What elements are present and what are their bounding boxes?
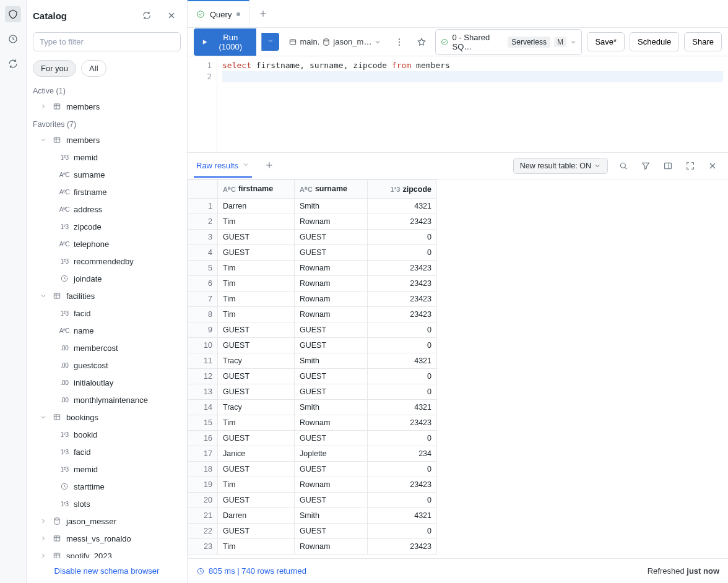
tree-column[interactable]: .00initialoutlay [27,374,187,391]
table-row[interactable]: 23TimRownam23423 [188,539,437,555]
tree-item[interactable]: messi_vs_ronaldo [27,530,187,547]
editor-tabs: Query [188,0,728,28]
table-row[interactable]: 10GUESTGUEST0 [188,338,437,353]
refresh-icon[interactable] [137,6,156,25]
context-selector[interactable]: main. jason_m… [284,34,386,50]
filter-icon[interactable] [636,157,655,175]
results-tab-raw[interactable]: Raw results [194,155,252,178]
tree-column[interactable]: AᴮCfirstname [27,183,187,201]
table-row[interactable]: 16GUESTGUEST0 [188,431,437,446]
add-results-tab[interactable] [261,157,278,176]
tree-column[interactable]: 1²3zipcode [27,218,187,235]
editor-toolbar: Run (1000) main. jason_m… 0 - Shared SQ…… [188,28,728,56]
chevron-down-icon [242,161,249,170]
table-row[interactable]: 3GUESTGUEST0 [188,230,437,245]
tree-column[interactable]: AᴮCname [27,322,187,339]
tree-table[interactable]: bookings [27,408,187,426]
tree-column[interactable]: AᴮCtelephone [27,235,187,253]
share-button[interactable]: Share [684,32,722,51]
table-row[interactable]: 11TracySmith4321 [188,353,437,369]
result-table-toggle[interactable]: New result table: ON [513,158,608,174]
kebab-menu-icon[interactable] [391,33,408,51]
expand-icon[interactable] [681,157,700,175]
svg-rect-5 [54,415,59,420]
catalog-sidebar: Catalog Type to filter For you All Activ… [27,0,188,583]
results-table-wrap[interactable]: AᴮCfirstnameAᴮCsurname1²3zipcode1DarrenS… [188,179,728,558]
panel-icon[interactable] [659,157,677,175]
sql-editor[interactable]: 12 select firstname, surname, zipcode fr… [188,56,728,152]
svg-point-11 [197,11,204,18]
schedule-button[interactable]: Schedule [630,32,679,51]
tree-column[interactable]: joindate [27,270,187,287]
svg-rect-8 [54,536,59,541]
tree-column[interactable]: .00membercost [27,339,187,356]
status-refreshed: Refreshed just now [648,566,719,576]
tree-item[interactable]: spotify_2023 [27,547,187,558]
tree-column[interactable]: 1²3memid [27,149,187,166]
pill-all[interactable]: All [81,60,106,77]
unsaved-dot-icon [236,12,240,16]
compute-selector[interactable]: 0 - Shared SQ… Serverless M [435,29,582,55]
table-row[interactable]: 18GUESTGUEST0 [188,462,437,477]
catalog-tree: membersFavorites (7)members1²3memidAᴮCsu… [27,98,187,558]
tab-query[interactable]: Query [188,0,249,27]
left-rail [0,0,27,583]
refresh-rail-icon[interactable] [5,56,21,72]
sidebar-title: Catalog [33,11,67,21]
table-row[interactable]: 19TimRownam23423 [188,477,437,493]
tree-column[interactable]: .00guestcost [27,356,187,374]
search-icon[interactable] [614,157,633,175]
table-row[interactable]: 21DarrenSmith4321 [188,508,437,524]
tree-column[interactable]: 1²3recommendedby [27,253,187,270]
star-icon[interactable] [413,33,430,51]
table-row[interactable]: 9GUESTGUEST0 [188,322,437,338]
close-icon[interactable] [162,6,181,25]
history-rail-icon[interactable] [5,31,21,47]
tree-column[interactable]: .00monthlymaintenance [27,391,187,408]
save-button[interactable]: Save* [587,32,625,51]
table-row[interactable]: 17JaniceJoplette234 [188,446,437,462]
editor-code[interactable]: select firstname, surname, zipcode from … [217,56,728,152]
table-row[interactable]: 5TimRownam23423 [188,261,437,276]
tree-column[interactable]: 1²3bookid [27,426,187,443]
tree-item[interactable]: members [27,98,187,115]
tree-column[interactable]: 1²3facid [27,304,187,322]
tree-column[interactable]: 1²3memid [27,460,187,478]
main-area: Query Run (1000) main. jason_m… [188,0,728,583]
tree-column[interactable]: 1²3facid [27,443,187,460]
close-results-icon[interactable] [703,157,722,175]
add-tab-button[interactable] [249,0,277,27]
filter-input[interactable]: Type to filter [33,32,181,51]
tree-column[interactable]: starttime [27,478,187,495]
disable-schema-browser-link[interactable]: Disable new schema browser [27,558,187,583]
tree-column[interactable]: AᴮCsurname [27,166,187,183]
table-row[interactable]: 7TimRownam23423 [188,292,437,307]
table-row[interactable]: 13GUESTGUEST0 [188,384,437,400]
status-timing[interactable]: 805 ms | 740 rows returned [196,566,306,576]
run-button[interactable]: Run (1000) [194,28,256,56]
table-row[interactable]: 15TimRownam23423 [188,415,437,431]
table-row[interactable]: 12GUESTGUEST0 [188,369,437,384]
svg-rect-12 [290,39,296,44]
svg-point-15 [399,41,400,42]
tree-column[interactable]: AᴮCaddress [27,201,187,218]
table-row[interactable]: 4GUESTGUEST0 [188,245,437,261]
tree-table[interactable]: members [27,131,187,149]
table-row[interactable]: 1DarrenSmith4321 [188,199,437,214]
table-row[interactable]: 22GUESTGUEST0 [188,524,437,539]
tree-table[interactable]: facilities [27,287,187,304]
catalog-rail-icon[interactable] [5,6,21,22]
table-row[interactable]: 2TimRownam23423 [188,214,437,230]
table-row[interactable]: 8TimRownam23423 [188,307,437,322]
tree-column[interactable]: 1²3slots [27,495,187,512]
table-row[interactable]: 20GUESTGUEST0 [188,493,437,508]
tab-label: Query [210,10,232,19]
pill-for-you[interactable]: For you [33,60,76,77]
svg-rect-1 [54,104,59,109]
tree-item[interactable]: jason_messer [27,512,187,530]
svg-point-14 [399,38,400,40]
table-row[interactable]: 6TimRownam23423 [188,276,437,292]
table-row[interactable]: 14TracySmith4321 [188,400,437,415]
svg-point-16 [399,44,400,45]
run-dropdown[interactable] [261,33,279,51]
